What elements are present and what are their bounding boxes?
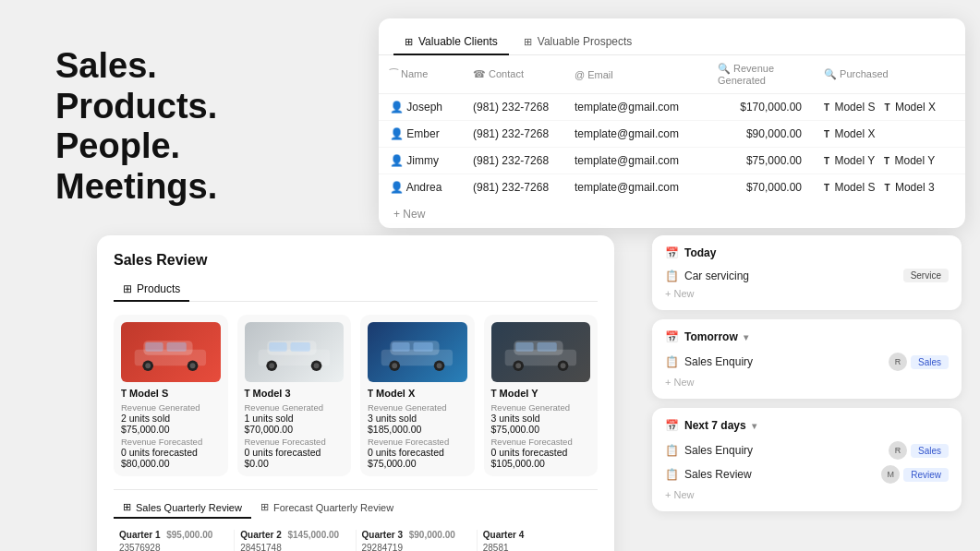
service-badge: Service xyxy=(903,269,949,282)
forecasted-value: $75,000.00 xyxy=(368,458,467,469)
revenue-forecasted-label: Revenue Forecasted xyxy=(491,437,591,447)
products-tab[interactable]: ⊞ Products xyxy=(114,278,189,302)
user-icon: 👤 xyxy=(390,127,404,140)
svg-point-21 xyxy=(437,364,442,369)
products-tab-bar: ⊞ Products xyxy=(114,278,598,302)
svg-rect-14 xyxy=(269,342,286,352)
client-revenue: $90,000.00 xyxy=(707,121,813,148)
quarter-id: 23576928 xyxy=(119,543,228,551)
revenue-generated-label: Revenue Generated xyxy=(368,402,467,413)
tesla-model: T Model 3 xyxy=(884,181,934,194)
add-new-today[interactable]: + New xyxy=(665,288,949,299)
car-model-label: T Model Y xyxy=(491,388,591,399)
review-badge: Review xyxy=(903,468,949,482)
col-header-purchased: 🔍 Purchased xyxy=(813,55,965,94)
sales-bottom-tabs: ⊞ Sales Quarterly Review ⊞ Forecast Quar… xyxy=(114,489,598,524)
svg-rect-15 xyxy=(290,342,309,352)
car-card: T Model 3 Revenue Generated 1 units sold… xyxy=(237,315,352,476)
units-forecasted: 0 units forecasted xyxy=(121,447,221,458)
tab-valuable-prospects[interactable]: ⊞ Valuable Prospects xyxy=(513,30,644,55)
car-model-label: T Model 3 xyxy=(245,388,345,399)
tomorrow-header: 📅 Tomorrow ▾ xyxy=(665,330,949,343)
client-revenue: $170,000.00 xyxy=(707,94,813,121)
quarter-col: Quarter 1 $95,000.00 23576928 Joseph T M… xyxy=(114,530,235,551)
sales-review-title: Sales Review xyxy=(114,252,598,269)
tab-valuable-clients[interactable]: ⊞ Valuable Clients xyxy=(393,30,509,55)
car-image xyxy=(368,322,467,382)
revenue-forecasted-label: Revenue Forecasted xyxy=(368,437,467,447)
tesla-model: T Model Y xyxy=(824,154,875,167)
units-sold: 1 units sold xyxy=(245,413,345,424)
calendar-icon-2: 📅 xyxy=(665,330,679,343)
tab-forecast-review[interactable]: ⊞ Forecast Quarterly Review xyxy=(251,497,403,519)
calendar-icon-3: 📅 xyxy=(665,419,679,432)
tesla-icon: T xyxy=(884,183,889,193)
units-sold: 2 units sold xyxy=(121,413,221,424)
avatar-robin-2: R xyxy=(889,441,907,460)
client-email: template@gmail.com xyxy=(563,148,707,174)
client-contact: (981) 232-7268 xyxy=(462,94,563,121)
tab-quarterly-review[interactable]: ⊞ Sales Quarterly Review xyxy=(114,497,251,519)
quarter-col: Quarter 4 28581 Josep xyxy=(478,530,598,551)
car-servicing-item: 📋 Car servicing Service xyxy=(665,269,949,282)
clients-card: ⊞ Valuable Clients ⊞ Valuable Prospects … xyxy=(379,18,965,228)
revenue-generated-label: Revenue Generated xyxy=(491,402,591,413)
tesla-t-icon: T xyxy=(121,389,127,399)
add-new-client[interactable]: + New xyxy=(379,200,965,228)
revenue-forecasted-label: Revenue Forecasted xyxy=(121,437,221,447)
car-model-label: T Model S xyxy=(121,388,221,399)
car-svg xyxy=(496,325,586,379)
doc-icon-2: 📋 xyxy=(665,355,679,368)
hero-section: Sales. Products. People. Meetings. xyxy=(55,46,217,208)
chevron-down-icon-2: ▾ xyxy=(752,421,756,431)
grid-icon: ⊞ xyxy=(123,282,132,295)
tesla-t-icon: T xyxy=(491,389,497,399)
client-name: 👤 Ember xyxy=(379,121,462,148)
svg-point-13 xyxy=(314,364,320,369)
tesla-t-icon: T xyxy=(245,389,250,399)
col-header-revenue: 🔍 Revenue Generated xyxy=(707,55,813,94)
tomorrow-card: 📅 Tomorrow ▾ 📋 Sales Enquiry R Sales + N… xyxy=(652,319,962,399)
quarter-amount: $145,000.00 xyxy=(288,530,340,540)
units-sold: 3 units sold xyxy=(491,413,591,424)
revenue-value: $75,000.00 xyxy=(121,424,221,435)
client-contact: (981) 232-7268 xyxy=(462,121,563,148)
client-email: template@gmail.com xyxy=(563,94,707,121)
car-svg xyxy=(372,325,462,379)
hero-title: Sales. Products. People. Meetings. xyxy=(55,46,217,208)
add-new-next7[interactable]: + New xyxy=(665,489,949,500)
tesla-model: T Model S xyxy=(824,101,875,114)
tomorrow-sales-enquiry: 📋 Sales Enquiry R Sales xyxy=(665,353,949,371)
car-image xyxy=(491,322,591,382)
svg-point-27 xyxy=(515,364,521,369)
svg-point-5 xyxy=(190,364,196,369)
units-forecasted: 0 units forecasted xyxy=(245,447,345,458)
calendar-icon: 📅 xyxy=(665,246,679,259)
add-new-tomorrow[interactable]: + New xyxy=(665,377,949,388)
avatar-robin: R xyxy=(889,353,907,371)
tesla-model: T Model X xyxy=(884,101,935,114)
svg-rect-7 xyxy=(167,342,187,352)
col-header-name: ⁀ Name xyxy=(379,55,462,94)
chevron-down-icon: ▾ xyxy=(744,332,748,342)
quarter-id: 29284719 xyxy=(362,543,471,551)
quarter-col: Quarter 2 $145,000.00 28451748 Andrea T … xyxy=(235,530,356,551)
tesla-icon: T xyxy=(824,183,829,193)
car-card: T Model S Revenue Generated 2 units sold… xyxy=(114,315,228,476)
client-contact: (981) 232-7268 xyxy=(462,174,563,201)
quarter-label: Quarter 4 xyxy=(483,530,592,540)
car-svg xyxy=(249,325,339,379)
revenue-value: $70,000.00 xyxy=(245,424,345,435)
svg-point-29 xyxy=(561,364,566,369)
tesla-model: T Model Y xyxy=(884,154,935,167)
next7-header: 📅 Next 7 days ▾ xyxy=(665,419,949,432)
tesla-icon: T xyxy=(824,102,829,113)
col-header-contact: ☎ Contact xyxy=(462,55,563,94)
client-contact: (981) 232-7268 xyxy=(462,148,563,174)
car-card: T Model Y Revenue Generated 3 units sold… xyxy=(484,315,599,476)
svg-rect-23 xyxy=(414,342,433,352)
tesla-icon: T xyxy=(884,156,889,166)
svg-point-3 xyxy=(146,364,151,369)
quarter-row: Quarter 1 $95,000.00 23576928 Joseph T M… xyxy=(114,524,598,551)
svg-rect-6 xyxy=(146,342,163,352)
